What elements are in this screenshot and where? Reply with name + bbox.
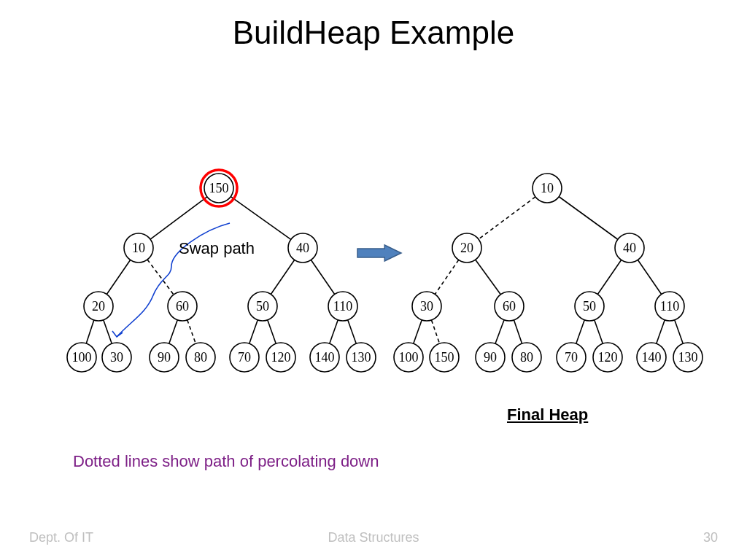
node-value: 150	[209, 181, 229, 195]
node-value: 50	[583, 299, 596, 314]
tree-node: 40	[615, 233, 644, 262]
tree-edge	[431, 320, 439, 343]
tree-node: 70	[557, 343, 586, 372]
tree-node: 120	[593, 343, 622, 372]
tree-edge	[559, 197, 618, 240]
tree-edge	[414, 320, 422, 343]
tree-edge	[187, 320, 196, 343]
tree-node: 20	[84, 292, 113, 321]
tree-node: 150	[430, 343, 459, 372]
tree-edge	[514, 320, 522, 343]
tree-node: 90	[150, 343, 179, 372]
right-tree: 102040306050110100150908070120140130	[394, 174, 703, 372]
tree-node: 40	[288, 233, 317, 262]
tree-edge	[597, 260, 621, 294]
tree-node: 60	[168, 292, 197, 321]
node-value: 50	[256, 299, 269, 314]
node-value: 90	[158, 350, 171, 365]
final-heap-label: Final Heap	[507, 405, 588, 424]
node-value: 100	[399, 350, 419, 365]
node-value: 20	[460, 241, 473, 255]
tree-node: 10	[533, 174, 562, 203]
tree-node: 70	[230, 343, 259, 372]
tree-node: 50	[575, 292, 604, 321]
tree-node: 140	[310, 343, 339, 372]
tree-edge	[638, 260, 661, 294]
tree-edge	[104, 320, 112, 343]
node-value: 10	[132, 241, 145, 255]
node-value: 30	[110, 350, 123, 365]
arrow-icon	[357, 245, 401, 261]
node-value: 40	[296, 241, 309, 255]
tree-edge	[435, 260, 458, 294]
tree-edge	[595, 320, 603, 343]
tree-edge	[348, 320, 357, 343]
tree-edge	[249, 320, 258, 343]
tree-node: 100	[67, 343, 96, 372]
tree-node: 110	[655, 292, 684, 321]
node-value: 70	[238, 350, 251, 365]
node-value: 120	[271, 350, 291, 365]
node-value: 60	[176, 299, 189, 314]
tree-edge	[169, 320, 178, 343]
tree-edge	[311, 260, 334, 294]
tree-edge	[330, 320, 338, 343]
tree-node: 120	[266, 343, 295, 372]
swap-path-label: Swap path	[179, 239, 255, 258]
node-value: 40	[623, 241, 636, 255]
node-value: 60	[503, 299, 516, 314]
tree-edge	[476, 260, 501, 295]
tree-edge	[675, 320, 684, 343]
node-value: 70	[565, 350, 578, 365]
node-value: 80	[194, 350, 207, 365]
node-value: 140	[642, 350, 662, 365]
node-value: 140	[315, 350, 335, 365]
tree-node: 130	[673, 343, 703, 372]
tree-edge	[657, 320, 665, 343]
tree-edge	[150, 197, 207, 239]
node-value: 120	[598, 350, 618, 365]
tree-node: 30	[412, 292, 441, 321]
node-value: 130	[352, 350, 371, 365]
left-tree: 150104020605011010030908070120140130	[67, 170, 376, 372]
node-value: 10	[541, 181, 554, 195]
tree-node: 130	[347, 343, 376, 372]
node-value: 130	[678, 350, 698, 365]
node-value: 90	[484, 350, 497, 365]
tree-edge	[479, 197, 535, 239]
tree-node: 80	[186, 343, 215, 372]
footer-center: Data Structures	[0, 530, 747, 545]
dotted-note: Dotted lines show path of percolating do…	[73, 452, 379, 471]
tree-edge	[271, 260, 294, 294]
node-value: 80	[520, 350, 533, 365]
tree-node: 90	[476, 343, 505, 372]
tree-edge	[107, 260, 130, 294]
tree-node: 30	[102, 343, 131, 372]
tree-edge	[86, 320, 94, 343]
tree-node: 60	[495, 292, 524, 321]
tree-edge	[576, 320, 585, 343]
node-value: 30	[420, 299, 433, 314]
tree-node: 80	[512, 343, 541, 372]
footer-page-number: 30	[703, 530, 718, 545]
tree-node: 140	[637, 343, 666, 372]
tree-edge	[147, 260, 174, 295]
tree-node: 110	[328, 292, 357, 321]
tree-node: 100	[394, 343, 423, 372]
node-value: 110	[660, 299, 679, 314]
node-value: 150	[435, 350, 454, 365]
node-value: 100	[72, 350, 92, 365]
arrow-shape	[357, 245, 401, 261]
tree-edge	[231, 197, 290, 240]
tree-edge	[495, 320, 504, 344]
tree-node: 20	[452, 233, 481, 262]
heap-diagram: 150104020605011010030908070120140130 102…	[0, 0, 747, 560]
tree-node: 50	[248, 292, 277, 321]
slide: BuildHeap Example 1501040206050110100309…	[0, 0, 747, 560]
tree-edge	[268, 320, 276, 343]
node-value: 110	[333, 299, 352, 314]
tree-node: 10	[124, 233, 153, 262]
node-value: 20	[92, 299, 105, 314]
tree-node: 150	[201, 170, 237, 206]
